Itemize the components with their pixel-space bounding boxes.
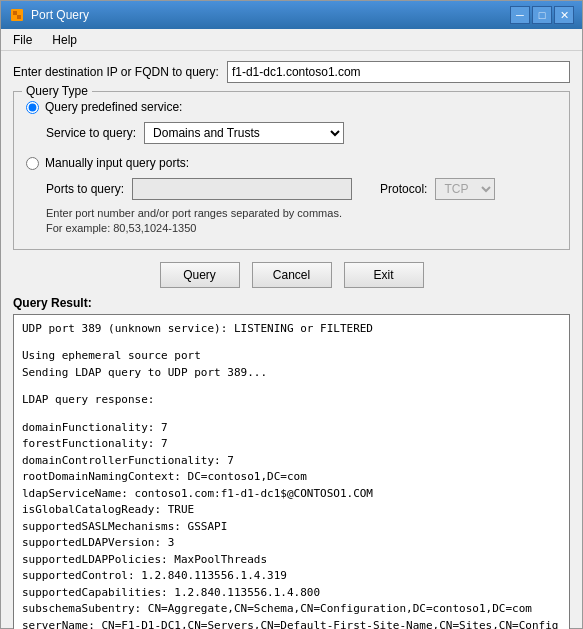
service-row: Service to query: Domains and Trusts	[46, 122, 557, 144]
query-type-legend: Query Type	[22, 84, 92, 98]
service-select[interactable]: Domains and Trusts	[144, 122, 344, 144]
result-line: domainControllerFunctionality: 7	[22, 453, 561, 470]
protocol-select[interactable]: TCP UDP	[435, 178, 495, 200]
manual-radio-row: Manually input query ports:	[26, 156, 557, 170]
result-line: subschemaSubentry: CN=Aggregate,CN=Schem…	[22, 601, 561, 618]
svg-rect-2	[17, 15, 21, 19]
predefined-radio[interactable]	[26, 101, 39, 114]
close-button[interactable]: ✕	[554, 6, 574, 24]
result-line: rootDomainNamingContext: DC=contoso1,DC=…	[22, 469, 561, 486]
ports-label: Ports to query:	[46, 182, 124, 196]
main-content: Enter destination IP or FQDN to query: Q…	[1, 51, 582, 629]
file-menu[interactable]: File	[5, 31, 40, 49]
title-bar: Port Query ─ □ ✕	[1, 1, 582, 29]
ports-row: Ports to query: Protocol: TCP UDP	[46, 178, 557, 200]
result-line: isGlobalCatalogReady: TRUE	[22, 502, 561, 519]
result-line: ldapServiceName: contoso1.com:f1-d1-dc1$…	[22, 486, 561, 503]
result-line: domainFunctionality: 7	[22, 420, 561, 437]
result-line: supportedControl: 1.2.840.113556.1.4.319	[22, 568, 561, 585]
result-line: supportedCapabilities: 1.2.840.113556.1.…	[22, 585, 561, 602]
title-bar-buttons: ─ □ ✕	[510, 6, 574, 24]
result-line: forestFunctionality: 7	[22, 436, 561, 453]
window-title: Port Query	[31, 8, 89, 22]
result-line: serverName: CN=F1-D1-DC1,CN=Servers,CN=D…	[22, 618, 561, 629]
result-line: LDAP query response:	[22, 392, 561, 409]
cancel-button[interactable]: Cancel	[252, 262, 332, 288]
destination-label: Enter destination IP or FQDN to query:	[13, 65, 219, 79]
help-menu[interactable]: Help	[44, 31, 85, 49]
destination-row: Enter destination IP or FQDN to query:	[13, 61, 570, 83]
hint-text: Enter port number and/or port ranges sep…	[46, 206, 557, 237]
query-button[interactable]: Query	[160, 262, 240, 288]
result-line: Using ephemeral source port	[22, 348, 561, 365]
results-label: Query Result:	[13, 296, 570, 310]
results-section: Query Result: UDP port 389 (unknown serv…	[13, 296, 570, 629]
service-label: Service to query:	[46, 126, 136, 140]
minimize-button[interactable]: ─	[510, 6, 530, 24]
result-line: UDP port 389 (unknown service): LISTENIN…	[22, 321, 561, 338]
app-icon	[9, 7, 25, 23]
destination-input[interactable]	[227, 61, 570, 83]
predefined-radio-row: Query predefined service:	[26, 100, 557, 114]
result-line: supportedLDAPPolicies: MaxPoolThreads	[22, 552, 561, 569]
results-box[interactable]: UDP port 389 (unknown service): LISTENIN…	[13, 314, 570, 629]
hint-line2: For example: 80,53,1024-1350	[46, 222, 196, 234]
predefined-radio-label[interactable]: Query predefined service:	[45, 100, 182, 114]
svg-rect-1	[13, 11, 17, 15]
title-bar-left: Port Query	[9, 7, 89, 23]
protocol-label: Protocol:	[380, 182, 427, 196]
exit-button[interactable]: Exit	[344, 262, 424, 288]
result-line: supportedLDAPVersion: 3	[22, 535, 561, 552]
main-window: Port Query ─ □ ✕ File Help Enter destina…	[0, 0, 583, 629]
result-line: supportedSASLMechanisms: GSSAPI	[22, 519, 561, 536]
maximize-button[interactable]: □	[532, 6, 552, 24]
manual-radio-label[interactable]: Manually input query ports:	[45, 156, 189, 170]
menu-bar: File Help	[1, 29, 582, 51]
manual-radio[interactable]	[26, 157, 39, 170]
result-line: Sending LDAP query to UDP port 389...	[22, 365, 561, 382]
query-type-group: Query Type Query predefined service: Ser…	[13, 91, 570, 250]
ports-input[interactable]	[132, 178, 352, 200]
hint-line1: Enter port number and/or port ranges sep…	[46, 207, 342, 219]
button-row: Query Cancel Exit	[13, 262, 570, 288]
